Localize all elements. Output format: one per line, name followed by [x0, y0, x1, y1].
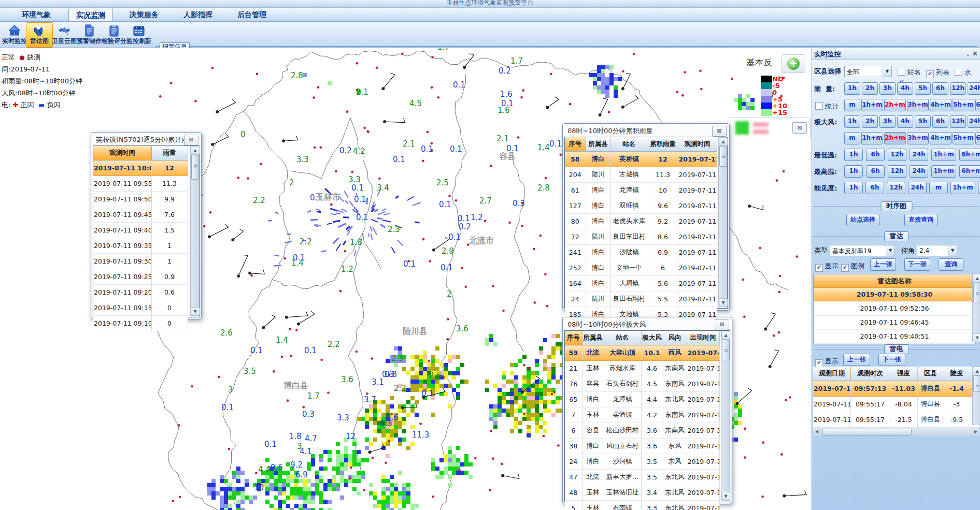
table-cell[interactable]: 9.9: [151, 192, 188, 207]
table-cell[interactable]: 12: [648, 152, 678, 167]
table-cell[interactable]: 博白: [582, 392, 604, 407]
table-cell[interactable]: 龙潭镇: [610, 183, 648, 198]
table-cell[interactable]: 09:57:13: [850, 381, 890, 397]
panel-button-1h[interactable]: 1h: [844, 165, 863, 178]
table-cell[interactable]: 127: [565, 198, 586, 214]
table-cell[interactable]: 2019-07-11: [813, 381, 850, 397]
table-cell[interactable]: 陆川: [586, 229, 610, 245]
table-cell[interactable]: 2019-07-11 09:10: [93, 316, 151, 331]
table-cell[interactable]: 11.3: [151, 176, 188, 192]
zoom-plus-icon[interactable]: +: [787, 57, 800, 70]
panel-button-2h[interactable]: 2h: [862, 115, 878, 128]
table-cell[interactable]: 玉林站旧址: [604, 485, 641, 501]
stat-checkbox[interactable]: [815, 102, 823, 110]
table-cell[interactable]: 东南风: [663, 376, 687, 392]
table-cell[interactable]: 7.6: [151, 207, 188, 223]
panel-button-1h+m[interactable]: 1h+m: [861, 132, 883, 144]
vertical-scrollbar[interactable]: ▲ ▼: [972, 274, 980, 342]
table-cell[interactable]: -8.04: [890, 397, 917, 412]
table-cell[interactable]: 玉林: [582, 501, 604, 510]
panel-button-6h[interactable]: 6h: [866, 165, 885, 178]
table-row[interactable]: 48玉林玉林站旧址3.4东北风2019-07-11 09:09: [565, 485, 719, 501]
panel-button-1h+m[interactable]: 1h+m: [861, 99, 883, 111]
table-cell[interactable]: 凤山立石村: [604, 439, 641, 454]
table-cell[interactable]: -11.03: [890, 381, 917, 397]
table-cell[interactable]: 玉林: [582, 485, 604, 501]
table-cell[interactable]: 2019-07-11 10:00: [678, 292, 717, 307]
column-header[interactable]: 极大风: [641, 331, 663, 345]
legend-zoom-button[interactable]: +: [782, 54, 805, 73]
table-cell[interactable]: 博白: [586, 152, 610, 167]
menu-tab-4[interactable]: 后台管理: [230, 9, 274, 20]
column-header[interactable]: 观测时次: [850, 367, 890, 381]
table-cell[interactable]: 卖酒镇: [604, 407, 641, 423]
table-cell[interactable]: 72: [565, 229, 586, 245]
table-cell[interactable]: 2019-07-11 10:00: [678, 245, 717, 260]
table-cell[interactable]: 2019-07-11 09:55: [93, 176, 151, 192]
panel-button-12h[interactable]: 12h: [887, 182, 905, 194]
table-row[interactable]: 24博白沙河镇3.5东风2019-07-11 09:46: [565, 454, 719, 470]
table-row[interactable]: 58博白英桥镇122019-07-11 10:00: [565, 152, 717, 167]
table-row[interactable]: 2019-07-11 09:200.6: [93, 285, 188, 300]
table-cell[interactable]: 2019-07-11 10:00: [678, 198, 717, 214]
panel-button-1h[interactable]: 1h: [844, 82, 860, 95]
table-cell[interactable]: -9.5: [944, 412, 970, 428]
table-cell[interactable]: 良田石垌村: [610, 292, 648, 307]
scroll-thumb[interactable]: [973, 283, 980, 302]
table-cell[interactable]: 2019-07-11 10:00: [678, 152, 717, 167]
table-cell[interactable]: 5.6: [648, 276, 678, 292]
table-row[interactable]: 38博白凤山立石村3.6东风2019-07-11 09:26: [565, 439, 719, 454]
table-cell[interactable]: 松山沙田村: [604, 423, 641, 439]
table-cell[interactable]: 1: [151, 254, 188, 269]
radar-show-checkbox[interactable]: [815, 264, 823, 272]
radar-list-item[interactable]: 2019-07-11 09:40:51: [814, 330, 975, 344]
column-header[interactable]: 序号: [565, 137, 586, 152]
table-cell[interactable]: 2019-07-11 09:12: [687, 470, 719, 485]
table-cell[interactable]: 东北风: [663, 392, 687, 407]
table-cell[interactable]: 陆川: [586, 167, 610, 183]
table-cell[interactable]: 沙陂镇: [610, 245, 648, 260]
scroll-up-icon[interactable]: ▲: [721, 331, 730, 340]
table-cell[interactable]: 2019-07-11 09:59: [687, 423, 719, 439]
table-cell[interactable]: 58: [565, 152, 586, 167]
scroll-left-icon[interactable]: ◀: [813, 428, 820, 435]
panel-button-3h[interactable]: 3h: [879, 82, 896, 95]
station-select-button[interactable]: 站点选择: [846, 214, 879, 226]
panel-button-6h[interactable]: 6h: [865, 182, 884, 194]
menu-tab-0[interactable]: 环境气象: [15, 9, 58, 20]
vertical-scrollbar[interactable]: ▲ ▼: [721, 331, 730, 501]
table-cell[interactable]: 2019-07-11 09:45: [93, 207, 151, 223]
table-cell[interactable]: 博白县: [917, 381, 944, 397]
column-header[interactable]: 累积雨量: [648, 137, 678, 152]
vertical-scrollbar[interactable]: ▲ ▼: [190, 146, 199, 316]
table-cell[interactable]: 241: [565, 245, 586, 260]
panel-button-3h+m[interactable]: 3h+m: [907, 99, 929, 111]
table-cell[interactable]: 4.6: [641, 361, 663, 376]
table-cell[interactable]: 东南风: [663, 407, 687, 423]
table-cell[interactable]: 东南风: [663, 423, 687, 439]
table-cell[interactable]: 2019-07-11 09:40: [93, 223, 151, 238]
scroll-right-icon[interactable]: ▶: [972, 428, 979, 435]
toolbar-button-0[interactable]: 实时监控: [1, 22, 28, 48]
table-row[interactable]: 6容县松山沙田村3.6东南风2019-07-11 09:59: [565, 423, 719, 439]
table-row[interactable]: 127博白双旺镇9.62019-07-11 10:00: [565, 198, 717, 214]
menu-tab-2[interactable]: 决策服务: [122, 9, 166, 20]
column-header[interactable]: 陡度: [944, 367, 970, 381]
table-cell[interactable]: 4.4: [641, 392, 663, 407]
table-row[interactable]: 2019-07-11 09:250.9: [93, 269, 188, 285]
table-cell[interactable]: 2019-07-11: [813, 397, 850, 412]
table-cell[interactable]: 2019-07-11 09:49: [687, 361, 719, 376]
table-cell[interactable]: 80: [565, 214, 586, 229]
table-cell[interactable]: 博白: [586, 276, 610, 292]
scroll-thumb[interactable]: [191, 155, 199, 180]
table-row[interactable]: 72陆川良田车田村8.62019-07-11 10:00: [565, 229, 717, 245]
table-cell[interactable]: 3.5: [641, 454, 663, 470]
table-cell[interactable]: 164: [565, 276, 586, 292]
table-cell[interactable]: 5.5: [648, 292, 678, 307]
panel-button-1h+m[interactable]: 1h+m: [931, 149, 956, 161]
table-row[interactable]: 7玉林卖酒镇4.2东南风2019-07-11 09:59: [565, 407, 719, 423]
table-cell[interactable]: 东风: [663, 454, 687, 470]
panel-checkbox-2[interactable]: [955, 68, 962, 76]
panel-button-24h[interactable]: 24h: [908, 182, 927, 194]
close-icon[interactable]: ✕: [972, 50, 979, 57]
